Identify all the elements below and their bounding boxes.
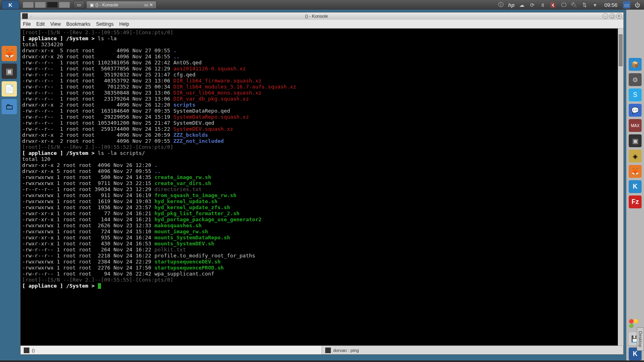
battery-icon[interactable]: 🔌 <box>570 1 578 8</box>
menu-bookmarks[interactable]: Bookmarks <box>66 21 91 27</box>
show-desktop-icon[interactable]: ▭ <box>623 1 630 8</box>
konsole-tabbar: () dorvan : ping <box>21 346 623 354</box>
text-editor-icon[interactable]: 📄 <box>2 81 17 97</box>
kontact-icon[interactable]: K <box>629 180 642 193</box>
menu-help[interactable]: Help <box>119 21 129 27</box>
maximize-button[interactable]: ◻ <box>609 13 615 19</box>
konsole-tab-2[interactable]: dorvan : ping <box>322 346 623 354</box>
pager-desktop-4[interactable] <box>59 2 70 8</box>
refresh-icon[interactable]: ⟳ <box>528 1 536 8</box>
skype-icon[interactable]: S <box>629 88 642 101</box>
pager-desktop-3[interactable] <box>47 2 58 8</box>
menu-edit[interactable]: Edit <box>36 21 45 27</box>
right-dock: 📦 ⚙ S 💬 MAX ▣ ◈ 🦊 K Fz 🔴🟡🟢 💾 K Desktop <box>626 10 644 362</box>
bottom-panel <box>0 360 644 362</box>
chat-icon[interactable]: 💬 <box>629 104 642 117</box>
network-icon[interactable]: ⇅ <box>581 1 588 8</box>
terminal-area: [root]--[S/N --[Rev 2.]--[09:55:49]-[Con… <box>21 29 623 346</box>
ide-icon[interactable]: ◈ <box>629 150 642 162</box>
window-titlebar[interactable]: ◦ () - Konsole − ◻ ✕ <box>21 12 623 20</box>
menu-file[interactable]: File <box>23 21 31 27</box>
file-manager-icon[interactable]: 🗀 <box>2 99 17 114</box>
pager-desktop-1[interactable] <box>23 2 34 8</box>
desktop-tab[interactable]: Desktop <box>637 327 644 351</box>
taskbar: ▭ ▣ () - Konsole ▭ ✕ <box>73 1 494 9</box>
terminal-output[interactable]: [root]--[S/N --[Rev 2.]--[09:55:49]-[Con… <box>21 29 618 346</box>
keyboard-layout-indicator[interactable]: it <box>539 1 546 8</box>
konsole-tab-1[interactable]: () <box>21 346 322 354</box>
top-panel: K ▭ ▣ () - Konsole ▭ ✕ ⓘ hp ☁ ⟳ it 🔇 🖵 🔌… <box>0 0 644 10</box>
system-tray: ⓘ hp ☁ ⟳ it 🔇 🖵 🔌 ⇅ ▾ 09:56 ▭ ⏻ <box>494 1 644 8</box>
scrollbar-thumb[interactable] <box>619 34 623 66</box>
logout-icon[interactable]: ⏻ <box>634 1 641 8</box>
konsole-window: ◦ () - Konsole − ◻ ✕ File Edit View Book… <box>20 12 624 355</box>
minimize-button[interactable]: − <box>603 13 608 19</box>
kmenu-button[interactable]: K <box>2 0 19 9</box>
chevron-down-icon[interactable]: ▾ <box>591 1 599 8</box>
info-icon[interactable]: ⓘ <box>497 1 504 8</box>
menu-view[interactable]: View <box>50 21 61 27</box>
konsole-tab-label: dorvan : ping <box>333 348 359 353</box>
close-icon[interactable]: ▭ ✕ <box>144 2 153 8</box>
firefox-dock-icon[interactable]: 🦊 <box>629 165 642 178</box>
display-icon[interactable]: 🖵 <box>560 1 567 8</box>
left-dock: 🦊 ▣ 📄 🗀 <box>0 10 19 116</box>
terminal-dock-icon[interactable]: ▣ <box>629 134 642 147</box>
menubar: File Edit View Bookmarks Settings Help <box>21 20 623 29</box>
gear-icon[interactable]: ⚙ <box>629 73 642 86</box>
close-button[interactable]: ✕ <box>616 13 622 19</box>
hp-logo-icon[interactable]: hp <box>508 1 515 8</box>
terminal-icon: ▣ <box>90 2 94 8</box>
window-title: () - Konsole <box>32 14 601 19</box>
firefox-icon[interactable]: 🦊 <box>2 46 17 61</box>
terminal-launcher-icon[interactable]: ▣ <box>2 64 17 79</box>
taskbar-item-konsole[interactable]: ▣ () - Konsole ▭ ✕ <box>86 1 157 9</box>
terminal-tab-icon <box>325 348 331 353</box>
filezilla-icon[interactable]: Fz <box>629 195 642 208</box>
clock[interactable]: 09:56 <box>602 2 620 8</box>
taskbar-item-1[interactable]: ▭ <box>73 1 85 9</box>
virtualbox-icon[interactable]: 📦 <box>629 58 642 71</box>
taskbar-item-label: () - Konsole <box>95 2 118 7</box>
konsole-tab-label: () <box>32 348 35 353</box>
pager-desktop-2[interactable] <box>35 2 46 8</box>
terminal-tab-icon <box>24 348 29 353</box>
cloud-icon[interactable]: ☁ <box>518 1 525 8</box>
window-icon: ▭ <box>77 2 81 8</box>
virtual-desktop-pager[interactable] <box>23 2 70 8</box>
volume-icon[interactable]: 🔇 <box>549 1 557 8</box>
max-icon[interactable]: MAX <box>629 119 642 132</box>
terminal-scrollbar[interactable] <box>618 29 623 346</box>
window-app-icon <box>22 13 28 19</box>
menu-settings[interactable]: Settings <box>96 21 114 27</box>
